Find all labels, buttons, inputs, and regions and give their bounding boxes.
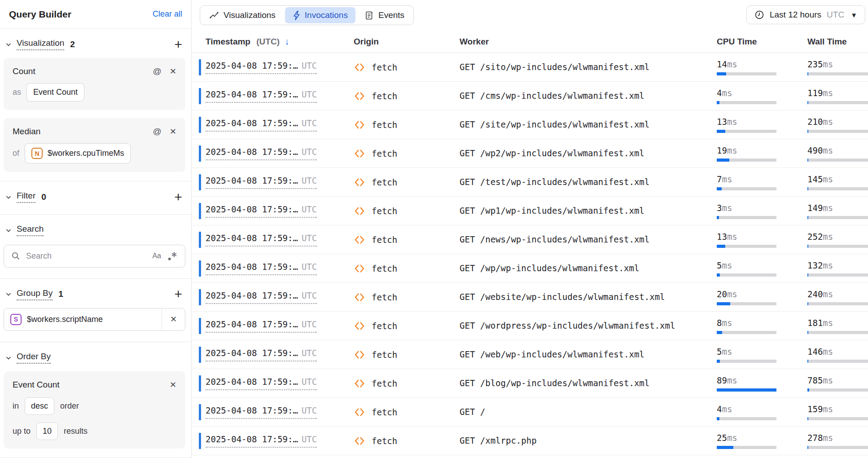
search-input[interactable]: Search Aa: [4, 245, 185, 268]
at-mention-icon[interactable]: @: [153, 66, 162, 76]
table-row[interactable]: 2025-04-08 17:59:…UTC fetch GET /xmlrpc.…: [192, 427, 868, 455]
wall-time-unit: ms: [823, 88, 833, 98]
table-row[interactable]: 2025-04-08 17:59:…UTC fetch GET /cms/wp-…: [192, 82, 868, 110]
cpu-time-bar: [717, 331, 776, 334]
wall-time-value: 181: [807, 318, 823, 328]
header-timestamp[interactable]: Timestamp (UTC) ↓: [206, 36, 354, 47]
time-range-dropdown[interactable]: Last 12 hours UTC ▼: [746, 5, 865, 24]
divider: [0, 214, 191, 215]
chevron-down-icon[interactable]: [5, 291, 12, 297]
wall-time-unit: ms: [823, 203, 833, 213]
group-by-field-name: $workers.scriptName: [27, 315, 156, 324]
table-row[interactable]: 2025-04-08 17:59:…UTC fetch GET /wp1/wp-…: [192, 197, 868, 225]
group-by-field[interactable]: S $workers.scriptName ✕: [4, 308, 185, 331]
wall-time-unit: ms: [823, 59, 833, 69]
timestamp-cell[interactable]: 2025-04-08 17:59:…UTC: [206, 319, 317, 333]
timestamp-cell[interactable]: 2025-04-08 17:59:…UTC: [206, 434, 317, 448]
timestamp-cell[interactable]: 2025-04-08 17:59:…UTC: [206, 61, 317, 74]
timestamp-cell[interactable]: 2025-04-08 17:59:…UTC: [206, 176, 317, 189]
row-accent-bar: [199, 260, 201, 277]
table-row[interactable]: 2025-04-08 17:59:…UTC fetch GET /sito/wp…: [192, 53, 868, 82]
timestamp-cell[interactable]: 2025-04-08 17:59:…UTC: [206, 291, 317, 304]
fetch-origin-icon: [354, 234, 365, 246]
timestamp-cell[interactable]: 2025-04-08 17:59:…UTC: [206, 204, 317, 218]
cpu-time-unit: ms: [722, 260, 732, 270]
timestamp-cell[interactable]: 2025-04-08 17:59:…UTC: [206, 118, 317, 132]
alias-value: Event Count: [33, 88, 78, 97]
fetch-origin-icon: [354, 406, 365, 418]
cpu-time-bar: [717, 302, 776, 305]
cpu-time-value: 20: [717, 289, 727, 299]
cpu-time-bar: [717, 360, 776, 363]
median-field-chip[interactable]: N $workers.cpuTimeMs: [25, 143, 131, 163]
divider: [0, 342, 191, 342]
wall-time-unit: ms: [823, 375, 833, 385]
timestamp-cell[interactable]: 2025-04-08 17:59:…UTC: [206, 147, 317, 160]
worker-request: GET /wp2/wp-includes/wlwmanifest.xml: [460, 148, 644, 158]
table-row[interactable]: 2025-04-08 17:59:…UTC fetch GET /test/wp…: [192, 168, 868, 197]
sort-descending-icon[interactable]: ↓: [285, 36, 289, 46]
order-by-card: Event Count ✕ in desc order up to 10 res…: [4, 371, 185, 449]
add-visualization-button[interactable]: +: [172, 39, 184, 50]
remove-order-by-icon[interactable]: ✕: [170, 380, 176, 390]
timestamp-value: 2025-04-08 17:59:…: [206, 233, 298, 243]
cpu-time-unit: ms: [727, 232, 737, 242]
match-case-icon[interactable]: Aa: [152, 252, 161, 260]
wall-time-value: 159: [807, 404, 823, 414]
add-group-by-button[interactable]: +: [172, 288, 184, 300]
chevron-down-icon[interactable]: [5, 355, 12, 361]
cpu-time-bar: [717, 159, 776, 162]
filter-label: Filter: [17, 191, 35, 203]
chevron-down-icon[interactable]: [5, 194, 12, 200]
remove-count-icon[interactable]: ✕: [170, 66, 176, 76]
chevron-down-icon[interactable]: [5, 227, 12, 233]
tab-events[interactable]: Events: [357, 7, 412, 23]
at-mention-icon[interactable]: @: [153, 127, 162, 137]
timestamp-value: 2025-04-08 17:59:…: [206, 434, 298, 444]
timestamp-cell[interactable]: 2025-04-08 17:59:…UTC: [206, 262, 317, 275]
table-row[interactable]: 2025-04-08 17:59:…UTC fetch GET /site/wp…: [192, 110, 868, 139]
row-accent-bar: [199, 203, 201, 219]
close-icon: ✕: [170, 314, 177, 324]
add-filter-button[interactable]: +: [172, 191, 184, 203]
chevron-down-icon[interactable]: [5, 41, 12, 48]
row-accent-bar: [199, 145, 201, 162]
result-limit-input[interactable]: 10: [36, 423, 58, 440]
lightning-icon: [293, 11, 300, 20]
wall-time-bar: [807, 187, 868, 190]
remove-median-icon[interactable]: ✕: [170, 127, 176, 137]
table-row[interactable]: 2025-04-08 17:59:…UTC fetch GET /blog/wp…: [192, 369, 868, 398]
table-row[interactable]: 2025-04-08 17:59:…UTC fetch GET /wordpre…: [192, 312, 868, 340]
timestamp-cell[interactable]: 2025-04-08 17:59:…UTC: [206, 233, 317, 247]
tab-invocations[interactable]: Invocations: [285, 7, 355, 23]
timestamp-timezone: UTC: [302, 348, 317, 358]
tab-visualizations[interactable]: Visualizations: [202, 7, 283, 23]
worker-request: GET /website/wp-includes/wlwmanifest.xml: [460, 292, 665, 302]
timestamp-cell[interactable]: 2025-04-08 17:59:…UTC: [206, 89, 317, 103]
remove-group-by-button[interactable]: ✕: [162, 308, 185, 331]
timestamp-cell[interactable]: 2025-04-08 17:59:…UTC: [206, 405, 317, 419]
regex-icon[interactable]: [167, 251, 178, 261]
timestamp-value: 2025-04-08 17:59:…: [206, 348, 298, 358]
median-visualization-card: Median @ ✕ of N $workers.cpuTimeMs: [4, 118, 185, 172]
event-count-alias-chip[interactable]: Event Count: [26, 83, 84, 101]
cpu-time-bar: [717, 101, 776, 104]
table-row[interactable]: 2025-04-08 17:59:…UTC fetch GET /wp2/wp-…: [192, 139, 868, 168]
fetch-origin-icon: [354, 349, 365, 361]
sort-direction-select[interactable]: desc: [25, 397, 54, 415]
fetch-origin-icon: [354, 205, 365, 217]
of-label: of: [13, 149, 19, 158]
timestamp-cell[interactable]: 2025-04-08 17:59:…UTC: [206, 377, 317, 390]
table-row[interactable]: 2025-04-08 17:59:…UTC fetch GET /news/wp…: [192, 225, 868, 254]
filter-count: 0: [41, 192, 46, 202]
table-row[interactable]: 2025-04-08 17:59:…UTC fetch GET /web/wp-…: [192, 340, 868, 369]
clear-all-button[interactable]: Clear all: [153, 9, 182, 19]
tab-label: Invocations: [305, 10, 348, 20]
cpu-time-value: 5: [717, 347, 722, 357]
timestamp-value: 2025-04-08 17:59:…: [206, 204, 298, 214]
table-row[interactable]: 2025-04-08 17:59:…UTC fetch GET /wp/wp-i…: [192, 254, 868, 283]
timestamp-value: 2025-04-08 17:59:…: [206, 262, 298, 272]
table-row[interactable]: 2025-04-08 17:59:…UTC fetch GET /website…: [192, 283, 868, 312]
table-row[interactable]: 2025-04-08 17:59:…UTC fetch GET / 4ms 15…: [192, 398, 868, 427]
timestamp-cell[interactable]: 2025-04-08 17:59:…UTC: [206, 348, 317, 361]
